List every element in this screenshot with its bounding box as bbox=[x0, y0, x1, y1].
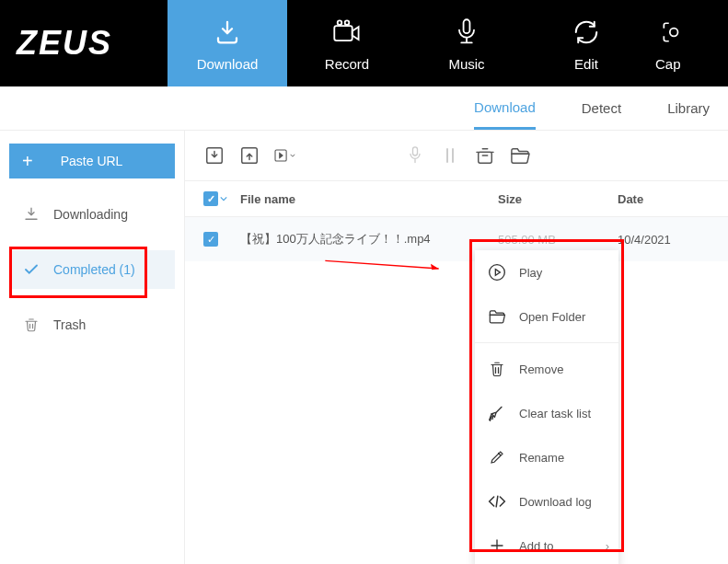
nav-download-label: Download bbox=[197, 56, 259, 72]
ctx-log-label: Download log bbox=[519, 495, 592, 509]
download-icon bbox=[211, 16, 244, 49]
remove-icon bbox=[488, 360, 506, 378]
code-icon bbox=[488, 492, 506, 511]
check-icon bbox=[22, 260, 40, 279]
sidebar-completed-label: Completed (1) bbox=[53, 262, 135, 277]
broom-icon bbox=[488, 404, 506, 422]
ctx-remove[interactable]: Remove bbox=[475, 347, 618, 391]
pause-icon[interactable] bbox=[439, 144, 461, 167]
file-name: 【祝】100万人記念ライブ！！.mp4 bbox=[240, 231, 498, 247]
chevron-right-icon: › bbox=[606, 539, 609, 553]
sub-navigation: Download Detect Library bbox=[0, 86, 728, 131]
select-all-checkbox[interactable]: ✓ bbox=[203, 191, 218, 206]
nav-download[interactable]: Download bbox=[168, 0, 287, 86]
svg-point-4 bbox=[670, 28, 678, 36]
ctx-add-to[interactable]: Add to › bbox=[475, 524, 618, 564]
paste-url-button[interactable]: + Paste URL bbox=[9, 144, 175, 178]
pencil-icon bbox=[488, 448, 506, 466]
table-header: ✓ File name Size Date bbox=[185, 180, 728, 217]
sidebar-downloading[interactable]: Downloading bbox=[9, 195, 175, 234]
sidebar-trash-label: Trash bbox=[53, 317, 86, 332]
nav-record[interactable]: Record bbox=[287, 0, 407, 86]
ctx-play-label: Play bbox=[519, 266, 542, 280]
svg-rect-8 bbox=[413, 147, 418, 155]
svg-point-10 bbox=[490, 265, 505, 281]
paste-url-label: Paste URL bbox=[61, 154, 123, 168]
sidebar-downloading-label: Downloading bbox=[53, 207, 128, 222]
nav-music[interactable]: Music bbox=[407, 0, 526, 86]
refresh-icon bbox=[570, 16, 603, 49]
capture-icon bbox=[655, 16, 688, 49]
plus-icon: + bbox=[22, 151, 33, 172]
trash-icon bbox=[22, 316, 40, 334]
ctx-download-log[interactable]: Download log bbox=[475, 479, 618, 524]
nav-edit-label: Edit bbox=[574, 56, 598, 72]
camera-icon bbox=[330, 16, 364, 49]
context-menu: Play Open Folder Remove Clear task list … bbox=[475, 250, 618, 564]
sidebar-trash[interactable]: Trash bbox=[9, 305, 175, 344]
video-play-icon[interactable] bbox=[273, 144, 295, 167]
sidebar: + Paste URL Downloading Completed (1) Tr… bbox=[0, 131, 184, 564]
delete-tool-icon[interactable] bbox=[474, 144, 496, 167]
ctx-add-to-label: Add to bbox=[519, 539, 554, 553]
add-icon bbox=[488, 536, 506, 555]
subnav-detect[interactable]: Detect bbox=[582, 86, 621, 130]
play-icon bbox=[488, 263, 506, 282]
row-checkbox[interactable]: ✓ bbox=[203, 232, 218, 247]
app-logo: ZEUS bbox=[17, 24, 112, 63]
nav-record-label: Record bbox=[325, 56, 369, 72]
header-size[interactable]: Size bbox=[498, 192, 618, 206]
top-navigation: ZEUS Download Record Music Edit Cap bbox=[0, 0, 728, 86]
nav-music-label: Music bbox=[448, 56, 484, 72]
downloading-icon bbox=[22, 205, 40, 224]
download-all-icon[interactable] bbox=[203, 144, 225, 167]
svg-rect-3 bbox=[464, 19, 470, 33]
folder-open-icon bbox=[488, 307, 506, 326]
ctx-play[interactable]: Play bbox=[475, 250, 618, 294]
header-name[interactable]: File name bbox=[240, 192, 498, 206]
main-area: + Paste URL Downloading Completed (1) Tr… bbox=[0, 131, 728, 564]
svg-rect-9 bbox=[479, 152, 492, 163]
file-size: 505.00 MB bbox=[498, 233, 618, 247]
content-area: ✓ File name Size Date ✓ 【祝】100万人記念ライブ！！.… bbox=[184, 131, 728, 564]
svg-rect-0 bbox=[334, 26, 352, 40]
table-row[interactable]: ✓ 【祝】100万人記念ライブ！！.mp4 505.00 MB 10/4/202… bbox=[185, 217, 728, 261]
header-date[interactable]: Date bbox=[618, 192, 710, 206]
svg-point-1 bbox=[338, 20, 342, 25]
upload-box-icon[interactable] bbox=[238, 144, 260, 167]
chevron-down-icon[interactable] bbox=[220, 195, 227, 202]
file-date: 10/4/2021 bbox=[618, 233, 710, 247]
subnav-library[interactable]: Library bbox=[667, 86, 710, 130]
ctx-rename[interactable]: Rename bbox=[475, 435, 618, 479]
ctx-rename-label: Rename bbox=[519, 451, 564, 465]
svg-point-2 bbox=[345, 20, 350, 25]
ctx-remove-label: Remove bbox=[519, 363, 563, 376]
mic-tool-icon[interactable] bbox=[404, 144, 426, 167]
ctx-open-folder-label: Open Folder bbox=[519, 310, 585, 324]
nav-edit[interactable]: Edit bbox=[526, 0, 646, 86]
nav-capture-label: Cap bbox=[655, 56, 681, 72]
ctx-clear-label: Clear task list bbox=[519, 407, 591, 420]
toolbar bbox=[185, 131, 728, 180]
folder-tool-icon[interactable] bbox=[509, 144, 531, 167]
ctx-clear-task[interactable]: Clear task list bbox=[475, 391, 618, 435]
microphone-icon bbox=[450, 16, 483, 49]
sidebar-completed[interactable]: Completed (1) bbox=[9, 250, 175, 289]
nav-capture[interactable]: Cap bbox=[646, 0, 683, 86]
ctx-open-folder[interactable]: Open Folder bbox=[475, 294, 618, 339]
subnav-download[interactable]: Download bbox=[474, 86, 536, 130]
